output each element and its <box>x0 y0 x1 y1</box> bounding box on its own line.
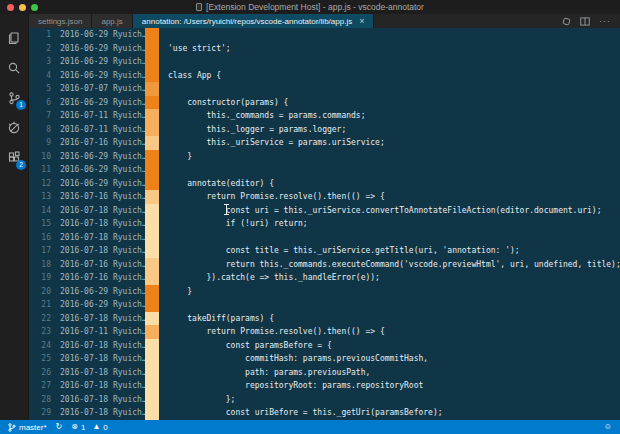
minimize-window-button[interactable] <box>19 4 26 11</box>
editor-line: 112016-06-29 Ryuich… <box>29 163 620 177</box>
heat-indicator <box>145 204 159 218</box>
traffic-lights <box>7 4 38 11</box>
sidebar-item-extensions[interactable]: 2 <box>0 143 28 173</box>
close-tab-icon[interactable]: × <box>359 17 364 26</box>
code-line[interactable]: commitHash: params.previousCommitHash, <box>159 352 620 366</box>
feedback-smiley[interactable]: ☺ <box>604 423 612 431</box>
code-line[interactable]: const uri = this._uriService.convertToAn… <box>159 204 620 218</box>
editor-line: 282016-07-18 Ryuich… }; <box>29 393 620 407</box>
annotation-view: 12016-06-29 Ryuich…22016-06-29 Ryuich…'u… <box>29 28 620 420</box>
split-editor-icon[interactable] <box>580 17 590 26</box>
code-line[interactable]: path: params.previousPath, <box>159 366 620 380</box>
more-actions-icon[interactable]: ··· <box>599 16 611 26</box>
blame-info[interactable]: 2016-07-18 Ryuich… <box>51 352 145 366</box>
blame-info[interactable]: 2016-06-29 Ryuich… <box>51 28 145 42</box>
blame-info[interactable]: 2016-07-16 Ryuich… <box>51 136 145 150</box>
code-line[interactable]: return this._commands.executeCommand('vs… <box>159 258 620 272</box>
code-line[interactable]: const uriBefore = this._getUri(paramsBef… <box>159 406 620 420</box>
tab-annotation-app-js[interactable]: annotation: /Users/ryuichi/repos/vscode-… <box>133 14 375 28</box>
heat-indicator <box>145 163 159 177</box>
open-preview-icon[interactable] <box>562 17 571 26</box>
code-line[interactable]: takeDiff(params) { <box>159 312 620 326</box>
blame-info[interactable]: 2016-06-29 Ryuich… <box>51 285 145 299</box>
code-line[interactable] <box>159 298 620 312</box>
line-number: 22 <box>29 312 51 326</box>
blame-info[interactable]: 2016-07-18 Ryuich… <box>51 204 145 218</box>
code-line[interactable] <box>159 231 620 245</box>
code-line[interactable]: repositoryRoot: params.repositoryRoot <box>159 379 620 393</box>
editor-line: 102016-06-29 Ryuich… } <box>29 150 620 164</box>
code-line[interactable]: 'use strict'; <box>159 42 620 56</box>
tab-settings-json[interactable]: settings.json <box>29 14 92 28</box>
blame-info[interactable]: 2016-07-18 Ryuich… <box>51 312 145 326</box>
editor-line: 192016-07-16 Ryuich… }).catch(e => this.… <box>29 271 620 285</box>
blame-info[interactable]: 2016-07-18 Ryuich… <box>51 406 145 420</box>
zoom-window-button[interactable] <box>31 4 38 11</box>
window-title: [Extension Development Host] - app.js - … <box>206 2 424 12</box>
code-line[interactable] <box>159 163 620 177</box>
blame-info[interactable]: 2016-07-18 Ryuich… <box>51 217 145 231</box>
code-line[interactable] <box>159 28 620 42</box>
sidebar-item-debug[interactable] <box>0 113 28 143</box>
sync-status[interactable]: ↻ <box>56 423 63 431</box>
editor-line: 262016-07-18 Ryuich… path: params.previo… <box>29 366 620 380</box>
editor-line: 222016-07-18 Ryuich… takeDiff(params) { <box>29 312 620 326</box>
heat-indicator <box>145 217 159 231</box>
blame-info[interactable]: 2016-07-11 Ryuich… <box>51 123 145 137</box>
tab-label: app.js <box>101 17 122 26</box>
sidebar-item-explorer[interactable] <box>0 23 28 53</box>
code-line[interactable]: const title = this._uriService.getTitle(… <box>159 244 620 258</box>
blame-info[interactable]: 2016-06-29 Ryuich… <box>51 163 145 177</box>
blame-info[interactable]: 2016-07-18 Ryuich… <box>51 231 145 245</box>
tab-label: settings.json <box>38 17 82 26</box>
blame-info[interactable]: 2016-06-29 Ryuich… <box>51 298 145 312</box>
tab-app-js[interactable]: app.js <box>92 14 132 28</box>
sidebar-item-source-control[interactable]: 1 <box>0 83 28 113</box>
heat-indicator <box>145 177 159 191</box>
sidebar-item-search[interactable] <box>0 53 28 83</box>
code-line[interactable]: } <box>159 285 620 299</box>
error-count[interactable]: ⊗ 1 ▲ 0 <box>71 423 108 432</box>
blame-info[interactable]: 2016-07-18 Ryuich… <box>51 393 145 407</box>
code-line[interactable]: const paramsBefore = { <box>159 339 620 353</box>
blame-info[interactable]: 2016-07-18 Ryuich… <box>51 339 145 353</box>
blame-info[interactable]: 2016-06-29 Ryuich… <box>51 96 145 110</box>
blame-info[interactable]: 2016-06-29 Ryuich… <box>51 69 145 83</box>
code-line[interactable]: }; <box>159 393 620 407</box>
code-line[interactable]: if (!uri) return; <box>159 217 620 231</box>
code-line[interactable] <box>159 82 620 96</box>
blame-info[interactable]: 2016-07-11 Ryuich… <box>51 325 145 339</box>
blame-info[interactable]: 2016-07-18 Ryuich… <box>51 366 145 380</box>
code-line[interactable]: this._uriService = params.uriService; <box>159 136 620 150</box>
blame-info[interactable]: 2016-06-29 Ryuich… <box>51 42 145 56</box>
line-number: 24 <box>29 339 51 353</box>
blame-info[interactable]: 2016-07-18 Ryuich… <box>51 379 145 393</box>
line-number: 11 <box>29 163 51 177</box>
git-branch-status[interactable]: master* <box>8 423 47 432</box>
code-line[interactable]: this._logger = params.logger; <box>159 123 620 137</box>
line-number: 2 <box>29 42 51 56</box>
blame-info[interactable]: 2016-06-29 Ryuich… <box>51 177 145 191</box>
editor-line: 252016-07-18 Ryuich… commitHash: params.… <box>29 352 620 366</box>
line-number: 23 <box>29 325 51 339</box>
code-line[interactable]: return Promise.resolve().then(() => { <box>159 325 620 339</box>
blame-info[interactable]: 2016-07-16 Ryuich… <box>51 190 145 204</box>
code-line[interactable]: constructor(params) { <box>159 96 620 110</box>
blame-info[interactable]: 2016-07-16 Ryuich… <box>51 271 145 285</box>
blame-info[interactable]: 2016-07-07 Ryuich… <box>51 82 145 96</box>
blame-info[interactable]: 2016-07-11 Ryuich… <box>51 109 145 123</box>
code-line[interactable]: this._commands = params.commands; <box>159 109 620 123</box>
line-number: 21 <box>29 298 51 312</box>
code-line[interactable]: } <box>159 150 620 164</box>
blame-info[interactable]: 2016-07-16 Ryuich… <box>51 258 145 272</box>
blame-info[interactable]: 2016-07-18 Ryuich… <box>51 244 145 258</box>
code-line[interactable]: }).catch(e => this._handleError(e)); <box>159 271 620 285</box>
code-line[interactable]: annotate(editor) { <box>159 177 620 191</box>
blame-info[interactable]: 2016-06-29 Ryuich… <box>51 150 145 164</box>
heat-indicator <box>145 379 159 393</box>
blame-info[interactable]: 2016-06-29 Ryuich… <box>51 55 145 69</box>
code-line[interactable]: class App { <box>159 69 620 83</box>
code-line[interactable]: return Promise.resolve().then(() => { <box>159 190 620 204</box>
code-line[interactable] <box>159 55 620 69</box>
close-window-button[interactable] <box>7 4 14 11</box>
